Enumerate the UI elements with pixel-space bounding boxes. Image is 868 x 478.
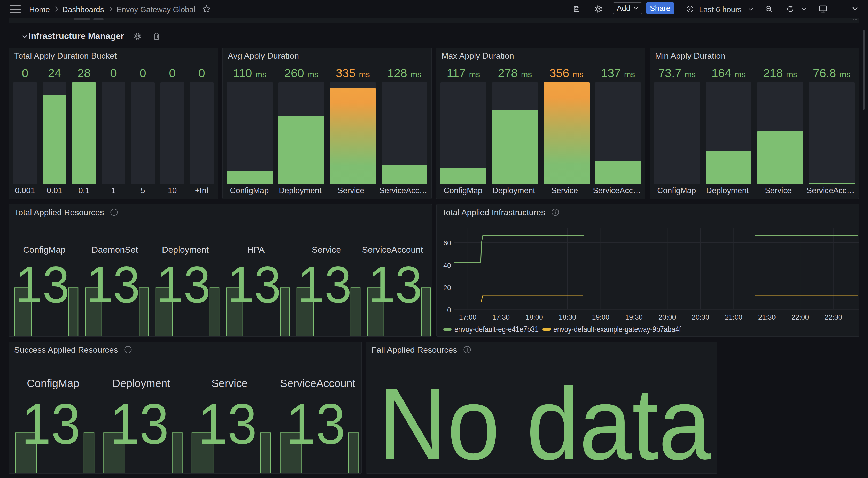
svg-text:20:00: 20:00 <box>658 313 676 321</box>
svg-text:17:30: 17:30 <box>492 313 510 321</box>
svg-text:envoy-default-example-gateway-: envoy-default-example-gateway-9b7aba4f <box>553 325 681 334</box>
svg-text:22:30: 22:30 <box>825 313 842 321</box>
svg-text:18:00: 18:00 <box>525 313 543 321</box>
svg-text:17:00: 17:00 <box>459 313 476 321</box>
svg-text:21:30: 21:30 <box>758 313 776 321</box>
svg-text:19:00: 19:00 <box>592 313 610 321</box>
svg-text:40: 40 <box>443 262 451 269</box>
svg-text:0: 0 <box>447 306 451 314</box>
svg-text:60: 60 <box>443 239 451 247</box>
svg-text:envoy-default-eg-e41e7b31: envoy-default-eg-e41e7b31 <box>455 325 538 334</box>
svg-text:21:00: 21:00 <box>725 313 742 321</box>
svg-text:22:00: 22:00 <box>792 313 809 321</box>
svg-text:20: 20 <box>443 284 451 292</box>
svg-text:19:30: 19:30 <box>625 313 643 321</box>
svg-text:20:30: 20:30 <box>692 313 709 321</box>
svg-text:18:30: 18:30 <box>559 313 576 321</box>
